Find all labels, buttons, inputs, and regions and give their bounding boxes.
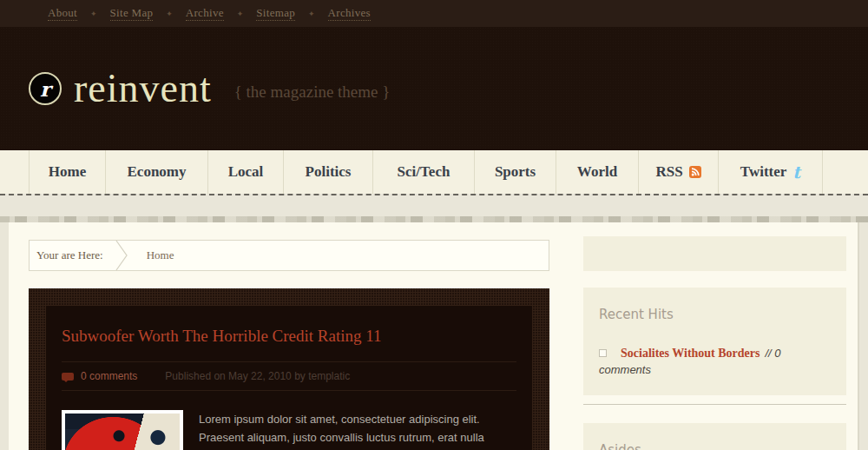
site-title[interactable]: reinvent	[74, 69, 212, 109]
diamond-icon: ✦	[308, 10, 315, 18]
twitter-icon: t	[792, 164, 800, 181]
post-card: Subwoofer Worth The Horrible Credit Rati…	[29, 288, 549, 450]
post-excerpt: Lorem ipsum dolor sit amet, consectetuer…	[199, 410, 516, 450]
sidebar-divider	[583, 404, 846, 405]
nav-item-politics[interactable]: Politics	[284, 150, 373, 194]
grunge-texture	[0, 216, 868, 222]
comment-bubble-icon	[62, 373, 74, 381]
topbar-link-site-map[interactable]: Site Map	[110, 6, 154, 21]
topbar-link-archives[interactable]: Archives	[328, 6, 371, 21]
post-thumbnail[interactable]	[62, 410, 183, 450]
sidebar-banner-box	[583, 236, 846, 271]
sidebar: Recent Hits Socialites Without Borders//…	[583, 236, 846, 450]
published-text: Published on May 22, 2010 by templatic	[165, 370, 350, 382]
asides-title: Asides	[599, 442, 831, 450]
nav-item-rss[interactable]: RSS	[639, 150, 719, 194]
rss-label: RSS	[655, 163, 682, 181]
nav-item-home[interactable]: Home	[29, 150, 106, 194]
site-header: r reinvent { the magazine theme }	[0, 27, 868, 150]
nav-item-local[interactable]: Local	[208, 150, 284, 194]
header-grunge-band	[0, 194, 868, 222]
breadcrumb-current-home[interactable]: Home	[147, 248, 174, 262]
rss-icon	[689, 166, 701, 178]
topbar: About ✦ Site Map ✦ Archive ✦ Sitemap ✦ A…	[0, 0, 868, 27]
page-container: Your are Here: Home Subwoofer Worth The …	[9, 222, 859, 450]
post-title-link[interactable]: Subwoofer Worth The Horrible Credit Rati…	[62, 327, 516, 346]
twitter-label: Twitter	[740, 163, 787, 181]
main-nav: Home Economy Local Politics Sci/Tech Spo…	[0, 150, 868, 194]
breadcrumb: Your are Here: Home	[29, 240, 549, 271]
diamond-icon: ✦	[166, 10, 173, 18]
nav-item-economy[interactable]: Economy	[106, 150, 208, 194]
post-body: Lorem ipsum dolor sit amet, consectetuer…	[62, 410, 516, 450]
topbar-link-about[interactable]: About	[48, 6, 77, 21]
recent-hit-link[interactable]: Socialites Without Borders	[621, 347, 760, 360]
nav-item-world[interactable]: World	[556, 150, 639, 194]
nav-item-twitter[interactable]: Twitter t	[719, 150, 823, 194]
recent-hits-title: Recent Hits	[599, 307, 831, 322]
diamond-icon: ✦	[237, 10, 244, 18]
breadcrumb-label: Your are Here:	[36, 248, 103, 262]
logo-icon[interactable]: r	[29, 72, 62, 105]
nav-item-sports[interactable]: Sports	[475, 150, 556, 194]
recent-hits-widget: Recent Hits Socialites Without Borders//…	[583, 288, 846, 395]
content-column: Your are Here: Home Subwoofer Worth The …	[29, 240, 549, 450]
nav-item-scitech[interactable]: Sci/Tech	[373, 150, 475, 194]
list-item: Socialites Without Borders// 0 comments	[599, 345, 831, 378]
topbar-link-archive[interactable]: Archive	[186, 6, 224, 21]
chevron-right-icon	[115, 240, 128, 271]
post-card-inner: Subwoofer Worth The Horrible Credit Rati…	[46, 306, 532, 450]
thumbnail-placeholder-icon	[599, 349, 607, 357]
diamond-icon: ✦	[90, 10, 97, 18]
comments-count-link[interactable]: 0 comments	[81, 370, 137, 382]
topbar-link-sitemap[interactable]: Sitemap	[256, 6, 295, 21]
site-tagline: { the magazine theme }	[234, 76, 391, 102]
asides-widget: Asides	[583, 423, 846, 450]
post-meta: 0 comments Published on May 22, 2010 by …	[62, 361, 516, 391]
